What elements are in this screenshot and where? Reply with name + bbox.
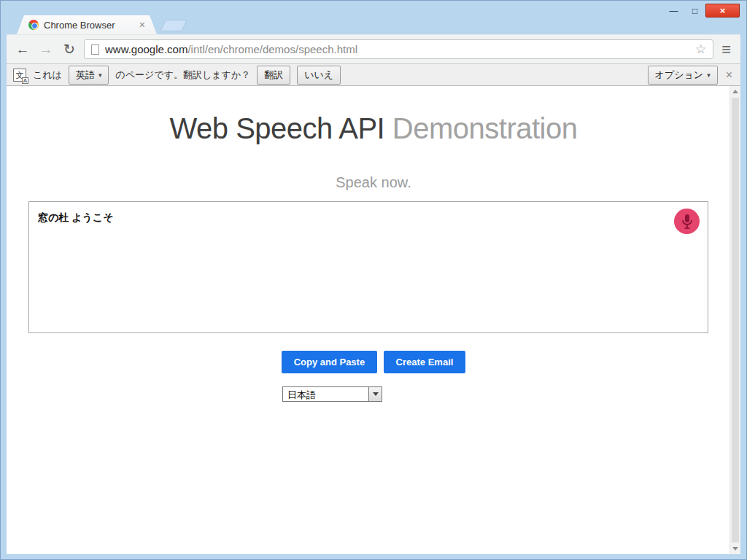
url-path: /intl/en/chrome/demos/speech.html [187, 43, 357, 55]
infobar-prefix-text: これは [33, 69, 62, 82]
address-bar[interactable]: www.google.com/intl/en/chrome/demos/spee… [84, 39, 713, 59]
page-title-secondary: Demonstration [392, 112, 578, 144]
language-dropdown-label: 英語 [76, 69, 95, 82]
chevron-down-icon: ▾ [98, 71, 102, 79]
page-title: Web Speech API Demonstration [7, 112, 740, 145]
action-buttons: Copy and Paste Create Email [7, 351, 740, 373]
back-icon[interactable]: ← [14, 42, 31, 56]
transcript-box[interactable]: 窓の杜 ようこそ [28, 201, 708, 333]
language-select-value: 日本語 [283, 387, 368, 401]
new-tab-button[interactable] [160, 20, 187, 31]
translate-infobar: 文A これは 英語▾ のページです。翻訳しますか？ 翻訳 いいえ オプション▾ … [7, 64, 740, 86]
scrollbar[interactable] [729, 86, 740, 554]
microphone-button[interactable] [674, 209, 700, 234]
transcript-text: 窓の杜 ようこそ [38, 211, 114, 225]
reload-icon[interactable]: ↻ [61, 42, 78, 56]
maximize-button[interactable]: □ [684, 4, 705, 18]
options-dropdown-button[interactable]: オプション▾ [648, 66, 718, 85]
url-host: www.google.com [105, 43, 187, 55]
scroll-up-icon[interactable] [730, 86, 740, 97]
forward-icon[interactable]: → [37, 42, 55, 56]
options-dropdown-label: オプション [655, 69, 704, 82]
infobar-suffix-text: のページです。翻訳しますか？ [115, 69, 250, 82]
translate-icon-sub: A [22, 77, 28, 84]
create-email-button[interactable]: Create Email [384, 351, 466, 373]
browser-toolbar: ← → ↻ www.google.com/intl/en/chrome/demo… [7, 34, 740, 64]
tab-title: Chrome Browser [44, 20, 134, 31]
language-select[interactable]: 日本語 [282, 386, 382, 402]
chevron-down-icon [373, 392, 379, 399]
tab-close-icon[interactable]: × [139, 20, 145, 30]
menu-icon[interactable]: ≡ [719, 42, 733, 58]
minimize-button[interactable]: — [663, 4, 684, 18]
scrollbar-thumb[interactable] [732, 98, 739, 542]
browser-window: Chrome Browser × — □ × ← → ↻ www.google.… [0, 0, 747, 560]
translate-button[interactable]: 翻訳 [257, 66, 290, 85]
chevron-down-icon: ▾ [707, 71, 711, 79]
close-button[interactable]: × [705, 4, 740, 18]
microphone-icon [681, 214, 693, 230]
language-row: 日本語 [282, 386, 740, 402]
chrome-favicon-icon [28, 20, 39, 30]
translate-icon: 文A [13, 69, 26, 82]
page-title-primary: Web Speech API [170, 112, 392, 144]
decline-button[interactable]: いいえ [297, 66, 341, 85]
language-dropdown-button[interactable]: 英語▾ [69, 66, 109, 85]
infobar-close-icon[interactable]: × [724, 69, 734, 81]
page-icon [91, 44, 99, 55]
window-controls: — □ × [663, 4, 740, 18]
scroll-down-icon[interactable] [730, 543, 740, 554]
page-content: Web Speech API Demonstration Speak now. … [7, 86, 740, 554]
url-text[interactable]: www.google.com/intl/en/chrome/demos/spee… [105, 43, 689, 55]
bookmark-star-icon[interactable]: ☆ [695, 43, 706, 55]
status-text: Speak now. [7, 174, 740, 191]
browser-tab[interactable]: Chrome Browser × [17, 15, 157, 34]
select-dropdown-button[interactable] [368, 387, 382, 401]
titlebar: Chrome Browser × — □ × [1, 1, 746, 34]
copy-and-paste-button[interactable]: Copy and Paste [282, 351, 378, 373]
